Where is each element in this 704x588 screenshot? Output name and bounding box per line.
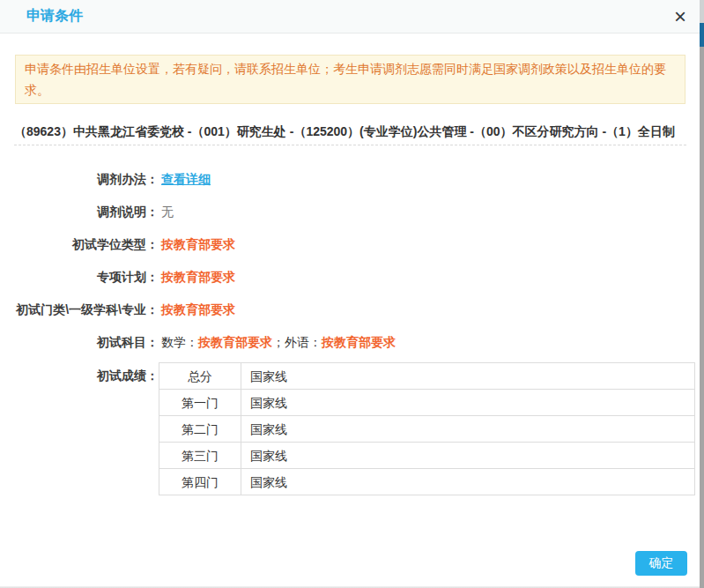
scrollbar-thumb[interactable]	[700, 23, 704, 47]
modal-body: 申请条件由招生单位设置，若有疑问，请联系招生单位；考生申请调剂志愿需同时满足国家…	[0, 55, 704, 495]
row-adjustment-method: 调剂办法： 查看详细	[14, 172, 695, 186]
degree-type-label: 初试学位类型：	[14, 237, 159, 251]
scrollbar-track-top[interactable]	[700, 0, 704, 23]
language-subject-label: 外语：	[285, 335, 322, 349]
table-row: 第四门 国家线	[159, 469, 695, 495]
adjustment-note-value: 无	[161, 205, 174, 219]
language-subject-value: 按教育部要求	[322, 335, 396, 349]
discipline-value: 按教育部要求	[161, 302, 235, 316]
row-special-plan: 专项计划： 按教育部要求	[14, 270, 695, 284]
score-requirement-cell: 国家线	[241, 443, 695, 469]
score-requirement-cell: 国家线	[241, 390, 695, 416]
adjustment-note-label: 调剂说明：	[14, 205, 159, 219]
score-table: 总分 国家线 第一门 国家线 第二门 国家线	[159, 362, 695, 495]
application-conditions-modal: 申请条件 × 申请条件由招生单位设置，若有疑问，请联系招生单位；考生申请调剂志愿…	[0, 0, 704, 588]
degree-type-value: 按教育部要求	[161, 237, 235, 251]
table-row: 第二门 国家线	[159, 416, 695, 443]
score-subject-cell: 第四门	[159, 469, 241, 495]
page-scrollbar	[700, 0, 704, 588]
row-discipline: 初试门类\一级学科\专业： 按教育部要求	[14, 302, 695, 316]
math-subject-value: 按教育部要求	[198, 335, 272, 349]
row-adjustment-note: 调剂说明： 无	[14, 205, 695, 219]
adjustment-method-label: 调剂办法：	[14, 172, 159, 186]
math-subject-label: 数学：	[161, 335, 198, 349]
exam-subjects-label: 初试科目：	[14, 335, 159, 349]
view-details-link[interactable]: 查看详细	[161, 172, 211, 186]
score-table-wrap: 总分 国家线 第一门 国家线 第二门 国家线	[159, 362, 695, 495]
notice-banner: 申请条件由招生单位设置，若有疑问，请联系招生单位；考生申请调剂志愿需同时满足国家…	[15, 55, 685, 104]
dotted-divider	[14, 145, 686, 145]
modal-title: 申请条件	[26, 7, 83, 26]
score-subject-cell: 第一门	[159, 390, 241, 416]
score-requirement-cell: 国家线	[241, 363, 695, 390]
score-requirement-cell: 国家线	[241, 469, 695, 495]
special-plan-value: 按教育部要求	[161, 270, 235, 284]
score-requirement-cell: 国家线	[241, 416, 695, 443]
table-row: 总分 国家线	[159, 363, 695, 390]
modal-header: 申请条件 ×	[0, 0, 704, 33]
close-icon[interactable]: ×	[674, 8, 686, 26]
special-plan-label: 专项计划：	[14, 270, 159, 284]
program-info: （89623）中共黑龙江省委党校 -（001）研究生处 -（125200）(专业…	[14, 120, 683, 143]
exam-subjects-value: 数学：按教育部要求；外语：按教育部要求	[161, 335, 396, 349]
row-degree-type: 初试学位类型： 按教育部要求	[14, 237, 695, 251]
score-subject-cell: 总分	[159, 363, 241, 390]
score-subject-cell: 第二门	[159, 416, 241, 443]
exam-scores-label: 初试成绩：	[14, 362, 159, 495]
scrollbar-track[interactable]	[700, 47, 704, 588]
confirm-button[interactable]: 确定	[635, 551, 687, 576]
table-row: 第三门 国家线	[159, 443, 695, 469]
row-exam-subjects: 初试科目： 数学：按教育部要求；外语：按教育部要求	[14, 335, 695, 349]
conditions-form: 调剂办法： 查看详细 调剂说明： 无 初试学位类型： 按教育部要求 专项计划： …	[14, 172, 695, 495]
score-subject-cell: 第三门	[159, 443, 241, 469]
discipline-label: 初试门类\一级学科\专业：	[14, 302, 159, 316]
table-row: 第一门 国家线	[159, 390, 695, 416]
subject-separator: ；	[272, 335, 285, 349]
row-exam-scores: 初试成绩： 总分 国家线 第一门 国家线	[14, 362, 695, 495]
